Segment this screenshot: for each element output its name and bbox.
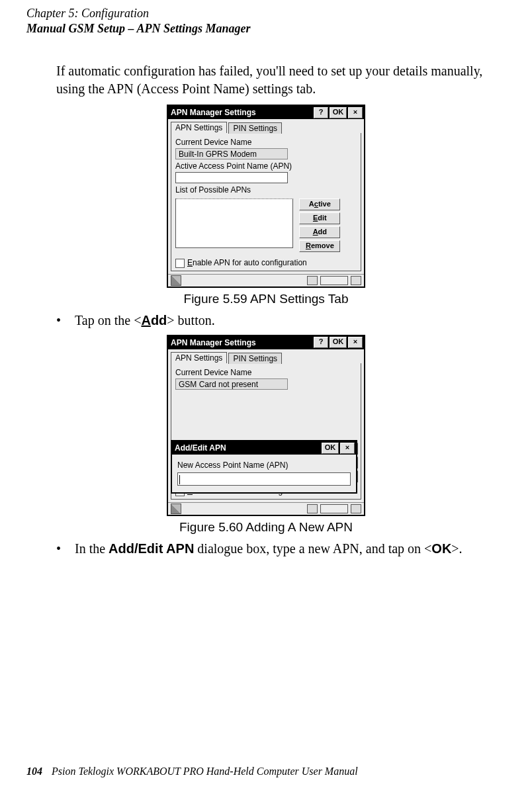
help-button[interactable]: ? <box>314 337 328 348</box>
tray-icon-2[interactable] <box>351 276 361 285</box>
bullet-tap-add: •Tap on the <Add> button. <box>56 313 499 328</box>
section-title: Manual GSM Setup – APN Settings Manager <box>26 22 532 36</box>
add-edit-apn-dialog: Add/Edit APN OK × New Access Point Name … <box>171 440 357 494</box>
ok-button[interactable]: OK <box>330 337 347 348</box>
start-icon[interactable] <box>171 275 181 286</box>
titlebar: APN Manager Settings ? OK × <box>168 336 364 349</box>
device-name-field: Built-In GPRS Modem <box>175 148 288 159</box>
figure-caption-1: Figure 5.59 APN Settings Tab <box>0 292 532 306</box>
dialog-title: Add/Edit APN <box>175 443 320 453</box>
device-name-field: GSM Card not present <box>175 378 288 390</box>
figure-caption-2: Figure 5.60 Adding A New APN <box>0 520 532 535</box>
label-list-apns: List of Possible APNs <box>175 185 357 195</box>
checkbox-icon[interactable] <box>175 259 185 268</box>
taskbar <box>168 274 364 286</box>
apn-manager-window-1: APN Manager Settings ? OK × APN Settings… <box>167 105 365 288</box>
dialog-close-button[interactable]: × <box>340 443 355 454</box>
apn-listbox[interactable] <box>175 198 293 248</box>
label-device-name: Current Device Name <box>175 368 357 377</box>
edit-button[interactable]: Edit <box>299 212 340 224</box>
new-apn-input[interactable] <box>177 472 351 486</box>
keyboard-icon[interactable] <box>320 504 348 513</box>
tab-pin-settings[interactable]: PIN Settings <box>228 353 282 364</box>
tab-pin-settings[interactable]: PIN Settings <box>228 122 282 134</box>
intro-paragraph: If automatic configuration has failed, y… <box>56 62 499 98</box>
dialog-label: New Access Point Name (APN) <box>177 461 351 470</box>
label-active-apn: Active Access Point Name (APN) <box>175 161 357 171</box>
chapter-label: Chapter 5: Configuration <box>26 7 532 21</box>
tray-icon[interactable] <box>307 276 318 285</box>
tray-icon[interactable] <box>307 504 318 513</box>
label-device-name: Current Device Name <box>175 138 357 147</box>
help-button[interactable]: ? <box>314 107 328 118</box>
titlebar: APN Manager Settings ? OK × <box>168 106 364 119</box>
close-button[interactable]: × <box>348 337 363 348</box>
page-number: 104 <box>26 766 42 777</box>
tab-apn-settings[interactable]: APN Settings <box>171 352 227 363</box>
footer-text: Psion Teklogix WORKABOUT PRO Hand-Held C… <box>52 766 358 777</box>
taskbar <box>168 502 364 515</box>
ok-button[interactable]: OK <box>330 107 347 118</box>
enable-apn-checkbox-row[interactable]: Enable APN for auto configuration <box>175 258 357 268</box>
tray-icon-2[interactable] <box>351 504 361 513</box>
active-apn-field[interactable] <box>175 172 288 183</box>
active-button[interactable]: Active <box>299 198 340 210</box>
dialog-ok-button[interactable]: OK <box>322 443 339 454</box>
bullet-add-edit: •In the Add/Edit APN dialogue box, type … <box>56 541 499 556</box>
add-button[interactable]: Add <box>299 226 340 238</box>
tab-apn-settings[interactable]: APN Settings <box>171 122 227 133</box>
remove-button[interactable]: Remove <box>299 240 340 252</box>
keyboard-icon[interactable] <box>320 276 348 285</box>
page-footer: 104Psion Teklogix WORKABOUT PRO Hand-Hel… <box>26 766 358 777</box>
window-title: APN Manager Settings <box>171 338 312 347</box>
start-icon[interactable] <box>171 504 181 514</box>
close-button[interactable]: × <box>348 107 363 118</box>
window-title: APN Manager Settings <box>171 108 312 117</box>
